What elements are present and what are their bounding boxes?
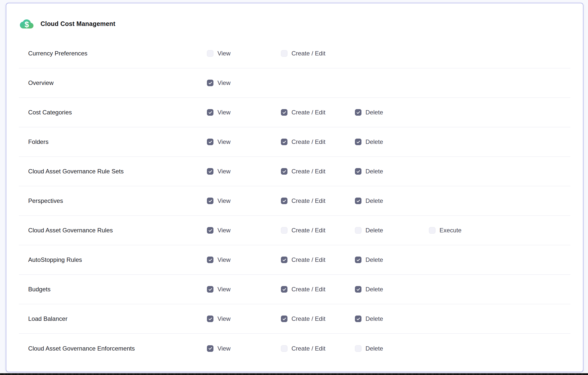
checkbox-icon[interactable] <box>281 345 287 352</box>
permission-checkbox-group[interactable]: Create / Edit <box>281 50 355 57</box>
checkbox-icon[interactable] <box>355 198 361 204</box>
checkmark-icon <box>356 317 360 321</box>
resource-label: Currency Preferences <box>19 50 207 57</box>
checkbox-icon[interactable] <box>355 109 361 116</box>
permission-row: Folders View Create / Edit Delete <box>19 127 570 157</box>
permission-checkbox-group[interactable]: Create / Edit <box>281 197 355 204</box>
permission-checkbox-group[interactable]: View <box>207 286 281 293</box>
permission-checkbox-group[interactable]: View <box>207 138 281 145</box>
permission-checkbox-group[interactable]: Delete <box>355 109 429 116</box>
checkbox-icon[interactable] <box>281 109 287 116</box>
checkbox-icon[interactable] <box>207 227 213 234</box>
permission-checkbox-group[interactable]: Delete <box>355 345 429 352</box>
checkbox-icon[interactable] <box>355 168 361 175</box>
permission-checkbox-group[interactable]: View <box>207 109 281 116</box>
permission-checkbox-group[interactable]: Delete <box>355 286 429 293</box>
permission-checkbox-group[interactable]: Create / Edit <box>281 168 355 175</box>
checkmark-icon <box>282 199 286 203</box>
checkmark-icon <box>282 287 286 292</box>
checkbox-icon[interactable] <box>207 257 213 263</box>
permission-label: View <box>217 168 231 175</box>
permission-checkbox-group[interactable]: Execute <box>429 227 570 234</box>
permission-checkbox-group[interactable]: Delete <box>355 315 429 322</box>
checkbox-icon[interactable] <box>355 345 361 352</box>
checkbox-icon[interactable] <box>355 227 361 234</box>
resource-label: Cloud Asset Governance Enforcements <box>19 345 207 352</box>
checkbox-icon[interactable] <box>281 286 287 293</box>
checkbox-icon[interactable] <box>207 286 213 293</box>
permission-label: View <box>217 315 231 322</box>
checkmark-icon <box>282 317 286 321</box>
checkmark-icon <box>282 258 286 262</box>
permission-label: Delete <box>365 109 383 116</box>
permission-checkbox-group[interactable]: Create / Edit <box>281 256 355 263</box>
checkmark-icon <box>208 346 212 351</box>
permission-checkbox-group[interactable]: Delete <box>355 138 429 145</box>
permission-label: View <box>217 50 231 57</box>
permission-label: View <box>217 79 231 86</box>
permission-label: View <box>217 286 231 293</box>
checkbox-icon[interactable] <box>207 109 213 116</box>
permission-checkbox-group[interactable]: Create / Edit <box>281 286 355 293</box>
permission-checkbox-group[interactable]: Delete <box>355 197 429 204</box>
permission-row: AutoStopping Rules View Create / Edit De… <box>19 245 570 275</box>
checkbox-icon[interactable] <box>355 316 361 322</box>
permission-checkbox-group[interactable]: Create / Edit <box>281 109 355 116</box>
checkbox-icon[interactable] <box>355 286 361 293</box>
checkbox-icon[interactable] <box>207 316 213 322</box>
checkbox-icon[interactable] <box>207 50 213 57</box>
permission-checkbox-group[interactable]: View <box>207 315 281 322</box>
permission-checkbox-group[interactable]: View <box>207 256 281 263</box>
permission-checkbox-group[interactable]: Create / Edit <box>281 138 355 145</box>
module-title: Cloud Cost Management <box>41 20 115 27</box>
permission-checkbox-group[interactable]: View <box>207 79 281 86</box>
checkbox-icon[interactable] <box>355 139 361 145</box>
permission-checkbox-group[interactable]: Create / Edit <box>281 315 355 322</box>
checkbox-icon[interactable] <box>281 168 287 175</box>
permission-label: Execute <box>439 227 461 234</box>
permission-checkbox-group[interactable]: View <box>207 168 281 175</box>
checkbox-icon[interactable] <box>207 80 213 86</box>
checkbox-icon[interactable] <box>207 168 213 175</box>
permission-label: View <box>217 109 231 116</box>
permission-label: Delete <box>365 227 383 234</box>
resource-label: Perspectives <box>19 197 207 204</box>
permission-checkbox-group[interactable]: Create / Edit <box>281 345 355 352</box>
permission-row: Load Balancer View Create / Edit Delete <box>19 304 570 334</box>
resource-label: Load Balancer <box>19 315 207 322</box>
resource-label: Budgets <box>19 286 207 293</box>
checkbox-icon[interactable] <box>281 139 287 145</box>
resource-label: Folders <box>19 138 207 145</box>
permission-label: View <box>217 345 231 352</box>
checkbox-icon[interactable] <box>429 227 435 234</box>
checkmark-icon <box>208 199 212 203</box>
permission-checkbox-group[interactable]: Delete <box>355 227 429 234</box>
checkbox-icon[interactable] <box>281 198 287 204</box>
checkmark-icon <box>356 199 360 203</box>
checkmark-icon <box>208 140 212 144</box>
checkbox-icon[interactable] <box>281 257 287 263</box>
permission-checkbox-group[interactable]: Delete <box>355 256 429 263</box>
permission-label: Create / Edit <box>291 50 325 57</box>
permission-label: View <box>217 138 231 145</box>
checkbox-icon[interactable] <box>207 345 213 352</box>
checkbox-icon[interactable] <box>281 50 287 57</box>
permission-label: Delete <box>365 138 383 145</box>
checkbox-icon[interactable] <box>207 198 213 204</box>
checkbox-icon[interactable] <box>281 227 287 234</box>
checkbox-icon[interactable] <box>281 316 287 322</box>
permission-checkbox-group[interactable]: Create / Edit <box>281 227 355 234</box>
permission-label: Create / Edit <box>291 138 325 145</box>
permission-checkbox-group[interactable]: Delete <box>355 168 429 175</box>
permission-label: View <box>217 227 231 234</box>
permission-checkbox-group[interactable]: View <box>207 227 281 234</box>
checkbox-icon[interactable] <box>355 257 361 263</box>
permission-checkbox-group[interactable]: View <box>207 197 281 204</box>
permission-label: View <box>217 256 231 263</box>
permission-checkbox-group[interactable]: View <box>207 345 281 352</box>
permission-checkbox-group[interactable]: View <box>207 50 281 57</box>
permission-label: Create / Edit <box>291 286 325 293</box>
checkbox-icon[interactable] <box>207 139 213 145</box>
permission-row: Cloud Asset Governance Rule Sets View Cr… <box>19 157 570 186</box>
permission-label: Create / Edit <box>291 345 325 352</box>
